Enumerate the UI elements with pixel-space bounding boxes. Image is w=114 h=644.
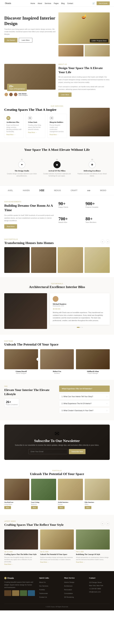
gallery-section: Our Portfolio Transforming Houses Into H…: [0, 234, 114, 277]
step-title-1: The Design Studio: [6, 170, 38, 172]
team-section: Our Team Unleash The Potential Of Your S…: [0, 335, 114, 380]
brand-1: AXEL: [8, 189, 13, 192]
service-cta-3[interactable]: Read More →: [50, 134, 58, 136]
portfolio-name-1: AwaNettCore: [4, 501, 29, 503]
designer-name: Jane Turner: [18, 93, 28, 94]
gallery-next-button[interactable]: →: [106, 240, 110, 244]
stat-num-2: 900+: [86, 201, 110, 206]
step-desc-2: Curated selection of premium materials a…: [41, 173, 73, 177]
portfolio-grid: AwaNettCore Living Room More Luxe Living…: [4, 479, 110, 509]
blog-prev-button[interactable]: ←: [101, 522, 105, 526]
nav-contact[interactable]: Contact: [67, 2, 73, 4]
blog-date-1: Jan 15, 2025: [4, 551, 38, 552]
hero-description: Transform your living spaces with our ex…: [4, 28, 56, 36]
nav-about[interactable]: About: [38, 2, 42, 4]
portfolio-name-4: Elite Interiors: [85, 501, 110, 503]
service-desc-2: Creating urban living spaces that feel l…: [28, 124, 43, 130]
faq-title: Elevate Your Interior The Elevate Lifest…: [4, 388, 55, 396]
blog-next-button[interactable]: →: [106, 522, 110, 526]
blog-read-more-3[interactable]: Read More →: [76, 561, 85, 563]
service-title-3: Blueprint Builders: [50, 121, 65, 123]
stat-num-3: 700+: [58, 216, 83, 222]
process-steps: 01 ✦ The Design Studio Creative design c…: [4, 156, 110, 180]
faq-item-2[interactable]: 2. What Experience The Art Of Interior? …: [59, 400, 110, 406]
portfolio-cta-1[interactable]: More: [4, 506, 11, 509]
nav-home[interactable]: Home: [30, 2, 35, 4]
footer-service-2[interactable]: Architecture: [64, 585, 73, 587]
badge-count: 3,000+: [92, 40, 96, 42]
hero-images: 🪔 3,000+ Projects Done: [58, 12, 110, 56]
gallery-header-left: Our Portfolio Transforming Houses Into H…: [4, 238, 54, 245]
gallery-nav: ← →: [101, 240, 110, 244]
newsletter-email-input[interactable]: [28, 449, 67, 454]
blog-post-title-3: Redefining The Concept Of Style: [76, 553, 110, 556]
footer-contact-col: Contact 123 Design Street New York, New …: [89, 577, 110, 600]
process-title: Your Space The A Most Elevate Without Li…: [4, 148, 110, 152]
cart-icon[interactable]: 🛒: [93, 2, 95, 4]
portfolio-item-1: AwaNettCore Living Room More: [4, 479, 29, 509]
hero-buttons: Get Started Learn More: [4, 38, 56, 42]
faq-item-3[interactable]: 3. What Create A Sanctuary In Your Own? …: [59, 408, 110, 414]
faq-item-1[interactable]: 1. What Can Your Interior Tell Your Stor…: [59, 394, 110, 400]
about-main-image: 25+ Years Of Experience: [4, 64, 56, 90]
gallery-prev-button[interactable]: ←: [101, 240, 105, 244]
footer-link-4[interactable]: Testimonials: [39, 592, 48, 594]
footer-service-4[interactable]: Consultation: [64, 592, 73, 594]
blog-read-more-1[interactable]: Read More →: [4, 564, 13, 565]
newsletter-icon: ✉: [10, 430, 104, 437]
nav-pages[interactable]: Pages: [54, 2, 59, 4]
gallery-title: Transforming Houses Into Homes: [4, 241, 54, 245]
hero-badge: 3,000+ Projects Done: [90, 39, 108, 42]
blog-post-1: Jan 15, 2025 Crafting Spaces That The Re…: [4, 530, 38, 566]
service-title-1: Architecture Plus: [6, 121, 22, 123]
team-img-3: [76, 349, 110, 369]
hero-get-started-button[interactable]: Get Started: [4, 38, 17, 42]
blog-header-left: Latest News Crafting Spaces That The Ref…: [4, 520, 64, 527]
footer-city: New York, New York: [89, 584, 110, 587]
nav-blog[interactable]: Blog: [61, 2, 65, 4]
portfolio-section: Portfolio Unleash The Potential Of Your …: [0, 464, 114, 515]
portfolio-cta-4[interactable]: More: [85, 506, 91, 509]
footer-link-1[interactable]: About Us: [39, 582, 46, 583]
team-member-2: Robert Fox Architect: [40, 349, 74, 374]
nav-logo[interactable]: Oraxis: [4, 2, 11, 4]
team-name-3: Siddharth Islam: [76, 370, 110, 372]
portfolio-cta-3[interactable]: More: [58, 506, 65, 509]
get-quote-button[interactable]: Get A Quote: [97, 2, 110, 5]
footer-service-5[interactable]: 3D Rendering: [64, 596, 74, 598]
footer-service-1[interactable]: Interior Design: [64, 582, 74, 583]
about-learn-more-button[interactable]: Learn More: [58, 92, 72, 97]
blog-read-more-2[interactable]: Read More →: [40, 561, 49, 563]
team-section-tag: Our Team: [4, 340, 110, 342]
navigation: Oraxis Home About Services Pages Blog Co…: [0, 0, 114, 7]
reviewer-name: Michael Ramirez: [53, 303, 107, 305]
footer-link-5[interactable]: Contact Us: [39, 596, 47, 598]
team-nav-prev-button[interactable]: ‹: [36, 358, 40, 361]
services-layout: Creating Spaces The That A Inspire 01 Ar…: [4, 108, 110, 138]
stat-3: 700+ Awards Won: [58, 216, 83, 228]
newsletter-subscribe-button[interactable]: Subscribe Now: [69, 449, 86, 454]
step-title-3: Delivering Excellence: [76, 170, 108, 172]
hero-learn-more-button[interactable]: Learn More: [19, 38, 32, 42]
project-label: Project Completed: [6, 404, 17, 406]
newsletter-form: Subscribe Now: [28, 449, 86, 454]
footer-contact-title: Contact: [89, 577, 110, 579]
designer-profile: Jane Turner Lead Designer: [4, 92, 56, 96]
service-num-1: 01: [6, 116, 10, 120]
footer-service-3[interactable]: Renovation: [64, 589, 72, 590]
stats-cta-button[interactable]: Read More: [4, 224, 17, 228]
service-num-2: 02: [28, 116, 32, 120]
faq-question-1: 1. What Can Your Interior Tell Your Stor…: [62, 396, 93, 398]
footer-logo: Oraxis: [4, 577, 35, 580]
service-cta-2[interactable]: Read More →: [28, 132, 37, 133]
service-cta-1[interactable]: Read More →: [6, 134, 15, 136]
nav-services[interactable]: Services: [45, 2, 51, 4]
hero-small-images: [58, 45, 110, 56]
blog-date-3: Feb 5, 2025: [76, 551, 110, 552]
footer-link-2[interactable]: Our Services: [39, 585, 48, 587]
team-title: Unleash The Potential Of Your Space: [4, 342, 110, 346]
footer-link-3[interactable]: Portfolio: [39, 589, 45, 590]
team-member-3: Siddharth Islam Project Manager: [76, 349, 110, 374]
brand-6: ◈◈: [87, 189, 90, 192]
portfolio-cta-2[interactable]: More: [31, 506, 38, 509]
